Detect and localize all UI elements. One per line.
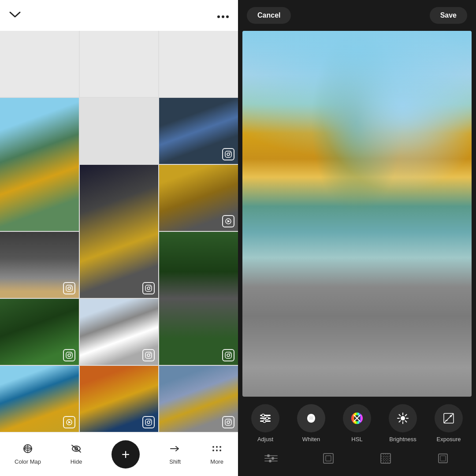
hsl-tool[interactable]: HSL [339,404,375,443]
svg-rect-14 [225,352,231,358]
svg-point-71 [269,460,271,462]
svg-point-70 [271,457,274,460]
more-options-icon[interactable] [217,10,229,21]
list-item[interactable] [159,165,238,231]
list-item[interactable] [159,98,238,164]
svg-line-59 [405,420,407,422]
shift-label: Shift [169,458,181,465]
svg-rect-81 [439,454,447,463]
hsl-label: HSL [351,436,362,443]
svg-line-58 [399,414,401,416]
svg-point-42 [212,450,214,451]
svg-point-13 [71,286,71,287]
right-header: Cancel Save [238,0,476,31]
list-item[interactable] [80,165,159,298]
svg-point-7 [147,287,150,290]
texture-tool[interactable] [375,450,397,467]
svg-point-27 [150,420,151,421]
svg-point-22 [150,353,151,354]
photo-grid [0,31,238,432]
instagram-icon [222,148,234,160]
list-item[interactable] [80,366,159,432]
border-tool[interactable] [432,450,454,467]
more-button[interactable]: More [210,443,223,465]
cancel-button[interactable]: Cancel [247,7,291,24]
svg-point-18 [68,354,71,357]
svg-point-21 [147,354,150,357]
whiten-tool-icon [297,404,325,432]
svg-point-34 [25,446,27,448]
svg-rect-20 [145,352,152,358]
svg-marker-24 [68,421,71,424]
list-item[interactable] [0,98,79,231]
instagram-icon [63,349,75,361]
svg-point-39 [212,446,214,448]
brightness-tool-icon [389,404,417,432]
instagram-icon [222,416,234,428]
svg-point-19 [71,353,71,354]
list-item[interactable] [0,232,79,298]
svg-point-12 [68,287,71,290]
svg-point-16 [230,353,231,354]
adjust-tool[interactable]: Adjust [248,404,283,443]
add-button[interactable]: + [112,440,140,469]
adjust-tool-icon [251,404,279,432]
svg-point-8 [150,286,151,287]
instagram-icon [142,349,155,361]
svg-rect-25 [145,419,152,425]
grid-cell-empty-2[interactable] [80,31,159,97]
svg-point-5 [230,152,231,153]
instagram-icon [63,282,75,294]
shift-button[interactable]: Shift [169,443,181,465]
video-icon [63,416,75,428]
save-button[interactable]: Save [430,7,467,24]
list-item[interactable] [159,366,238,432]
list-item[interactable] [80,98,159,164]
svg-point-53 [401,416,405,420]
svg-line-60 [405,414,407,416]
color-map-button[interactable]: Color Map [15,443,41,465]
grid-cell-empty-3[interactable] [159,31,238,97]
instagram-icon [222,349,234,361]
preview-image [242,31,472,397]
exposure-tool[interactable]: Exposure [431,404,466,443]
frame-tool[interactable] [317,450,339,467]
list-item[interactable] [80,299,159,365]
whiten-tool[interactable]: Whiten [294,404,329,443]
svg-point-44 [219,450,221,451]
tools-row-primary: Adjust Whiten [238,401,476,445]
svg-rect-6 [145,285,152,291]
video-icon [222,215,234,227]
svg-point-69 [267,454,270,457]
left-bottom-bar: Color Map Hide + Shift [0,432,238,476]
list-item[interactable] [0,299,79,365]
chevron-down-icon[interactable] [9,10,21,21]
svg-point-2 [226,15,229,18]
brightness-tool[interactable]: Brightness [385,404,420,443]
tools-bar: Adjust Whiten [238,397,476,476]
left-header [0,0,238,31]
svg-point-48 [262,414,264,416]
svg-point-41 [219,446,221,448]
exposure-label: Exposure [437,436,461,443]
hsl-tool-icon [343,404,371,432]
grid-cell-empty-1[interactable] [0,31,79,97]
whiten-label: Whiten [302,436,320,443]
instagram-icon [142,416,155,428]
hide-button[interactable]: Hide [70,443,82,465]
photo-preview [242,31,472,397]
svg-point-0 [217,15,220,18]
svg-point-26 [147,421,150,424]
svg-point-4 [227,153,230,156]
more-icon [211,443,223,457]
svg-rect-11 [66,285,72,291]
svg-rect-46 [260,417,271,419]
svg-rect-73 [326,456,331,461]
brightness-label: Brightness [389,436,416,443]
list-item[interactable] [159,232,238,365]
tools-row-secondary [238,445,476,472]
sliders-tool[interactable] [260,450,282,467]
list-item[interactable] [0,366,79,432]
svg-point-15 [227,354,230,357]
color-map-icon [22,443,34,457]
